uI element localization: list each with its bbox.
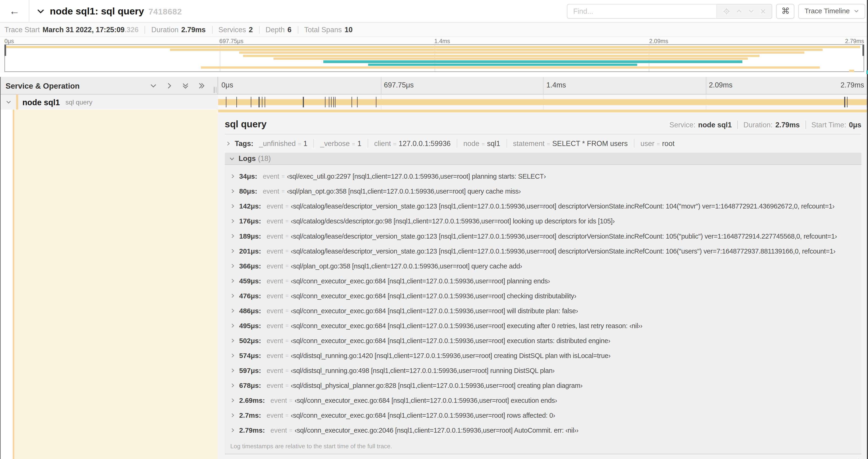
find-prev-chevron-up-icon[interactable] [736, 8, 742, 14]
collapse-all-double-chevron-down-icon[interactable] [182, 81, 189, 89]
log-equals: = [285, 203, 289, 209]
log-field-value: ‹sql/catalog/lease/descriptor_version_st… [291, 202, 834, 210]
log-row[interactable]: 574μs:event=‹sql/distsql_running.go:1420… [225, 348, 861, 363]
log-chevron-right-icon [230, 323, 235, 328]
log-timestamp: 34μs: [239, 172, 257, 180]
minimap-right-scrubber[interactable] [862, 45, 864, 56]
duration-value: 2.79ms [775, 120, 800, 129]
log-equals: = [285, 337, 289, 343]
log-marker-tick [329, 97, 329, 107]
log-field-value: ‹sql/distsql_running.go:498 [nsql1,clien… [291, 367, 555, 374]
log-row[interactable]: 201μs:event=‹sql/catalog/lease/descripto… [225, 243, 861, 258]
log-timestamp: 2.7ms: [239, 412, 261, 419]
log-row[interactable]: 678μs:event=‹sql/distsql_physical_planne… [225, 378, 861, 393]
tag-value: root [662, 139, 675, 147]
trace-expander-chevron-down-icon[interactable] [37, 7, 45, 15]
log-field-key: event [267, 382, 283, 389]
back-button[interactable]: ← [0, 0, 29, 22]
expand-all-double-chevron-right-icon[interactable] [198, 81, 205, 89]
tag-item[interactable]: user=root [641, 139, 675, 147]
log-chevron-right-icon [230, 383, 235, 388]
tag-value: sql1 [487, 139, 500, 147]
log-row[interactable]: 80μs:event=‹sql/plan_opt.go:358 [nsql1,c… [225, 184, 861, 199]
tag-divider [634, 139, 634, 147]
deep-link-icon[interactable] [854, 458, 861, 459]
timeline-gridline [380, 77, 381, 94]
log-field-value: ‹sql/catalog/lease/descriptor_version_st… [291, 232, 837, 240]
log-row[interactable]: 597μs:event=‹sql/distsql_running.go:498 … [225, 363, 861, 378]
start-time-value: 0μs [849, 120, 861, 129]
log-marker-tick [262, 97, 262, 107]
tag-item[interactable]: client=127.0.0.1:59936 [374, 139, 451, 147]
log-marker-tick [303, 97, 304, 107]
minimap-left-scrubber[interactable] [4, 45, 6, 56]
log-field-key: event [267, 262, 283, 270]
tags-toggle-row[interactable]: Tags: _unfinished=1_verbose=1client=127.… [225, 136, 861, 151]
tag-equals: = [352, 141, 355, 147]
log-field-value: ‹sql/conn_executor_exec.go:684 [nsql1,cl… [291, 277, 550, 285]
find-clear-x-icon[interactable] [760, 8, 766, 14]
locate-icon[interactable] [723, 7, 730, 15]
tag-item[interactable]: _verbose=1 [320, 139, 362, 147]
right-edge-teal-mark [866, 70, 868, 74]
span-duration-bar[interactable] [218, 99, 868, 105]
column-resize-grip[interactable] [214, 87, 217, 93]
timeline-ruler-tick: 1.4ms [543, 81, 566, 89]
log-chevron-right-icon [230, 353, 235, 358]
log-row[interactable]: 142μs:event=‹sql/catalog/lease/descripto… [225, 199, 861, 214]
minimap-canvas[interactable] [4, 44, 864, 72]
log-row[interactable]: 459μs:event=‹sql/conn_executor_exec.go:6… [225, 273, 861, 288]
log-row[interactable]: 495μs:event=‹sql/conn_executor_exec.go:6… [225, 318, 861, 333]
find-group [567, 3, 773, 19]
log-row[interactable]: 189μs:event=‹sql/catalog/lease/descripto… [225, 229, 861, 243]
trace-timeline-dropdown[interactable]: Trace Timeline [799, 3, 865, 19]
log-chevron-right-icon [230, 398, 235, 403]
log-row[interactable]: 34μs:event=‹sql/exec_util.go:2297 [nsql1… [225, 169, 861, 184]
total-spans-value: 10 [345, 25, 352, 34]
log-field-value: ‹sql/plan_opt.go:358 [nsql1,client=127.0… [287, 187, 521, 195]
detail-left-tint [14, 110, 218, 459]
service-operation-title: Service & Operation [6, 81, 150, 90]
log-equals: = [285, 352, 289, 358]
expand-one-chevron-right-icon[interactable] [165, 81, 173, 89]
log-row[interactable]: 2.69ms:event=‹sql/conn_executor_exec.go:… [225, 393, 861, 408]
find-next-chevron-down-icon[interactable] [748, 8, 754, 14]
log-marker-tick [335, 97, 335, 107]
log-row[interactable]: 2.79ms:event=‹sql/conn_executor_exec.go:… [225, 423, 861, 438]
log-field-key: event [267, 367, 283, 374]
find-input[interactable] [567, 3, 717, 19]
log-chevron-right-icon [230, 368, 235, 373]
service-operation-header: Service & Operation [0, 77, 218, 95]
keyboard-shortcuts-button[interactable]: ⌘ [776, 3, 795, 19]
tag-key: user [641, 139, 654, 147]
log-equals: = [289, 397, 292, 403]
log-row[interactable]: 2.7ms:event=‹sql/conn_executor_exec.go:6… [225, 408, 861, 423]
tag-item[interactable]: statement=SELECT * FROM users [513, 139, 628, 147]
log-timestamp: 459μs: [239, 277, 261, 285]
log-timestamp: 495μs: [239, 322, 261, 330]
log-row[interactable]: 176μs:event=‹sql/catalog/descs/descripto… [225, 214, 861, 229]
log-marker-tick [844, 97, 845, 107]
log-chevron-right-icon [230, 189, 235, 194]
log-row[interactable]: 476μs:event=‹sql/conn_executor_exec.go:6… [225, 288, 861, 303]
log-row[interactable]: 486μs:event=‹sql/conn_executor_exec.go:6… [225, 303, 861, 318]
log-field-key: event [267, 352, 283, 359]
timeline-ruler-tick: 2.09ms [706, 81, 733, 89]
tag-item[interactable]: node=sql1 [463, 139, 500, 147]
collapse-one-chevron-down-icon[interactable] [150, 81, 157, 89]
tag-item[interactable]: _unfinished=1 [259, 139, 308, 147]
log-field-value: ‹sql/conn_executor_exec.go:684 [nsql1,cl… [291, 322, 642, 330]
logs-section: Logs (18) 34μs:event=‹sql/exec_util.go:2… [225, 153, 861, 454]
log-equals: = [285, 308, 289, 314]
log-equals: = [285, 218, 289, 224]
span-row[interactable]: node sql1 sql query [0, 95, 868, 110]
timeline-ruler-tick: 0μs [218, 81, 233, 89]
span-expander-chevron-down-icon[interactable] [6, 99, 12, 105]
log-row[interactable]: 502μs:event=‹sql/conn_executor_exec.go:6… [225, 333, 861, 348]
trace-timeline-label: Trace Timeline [805, 7, 849, 15]
detail-operation-title: sql query [225, 119, 670, 130]
log-row[interactable]: 366μs:event=‹sql/plan_opt.go:358 [nsql1,… [225, 258, 861, 273]
tags-chevron-right-icon [226, 141, 231, 146]
logs-toggle-header[interactable]: Logs (18) [225, 153, 861, 165]
log-chevron-right-icon [230, 233, 235, 238]
